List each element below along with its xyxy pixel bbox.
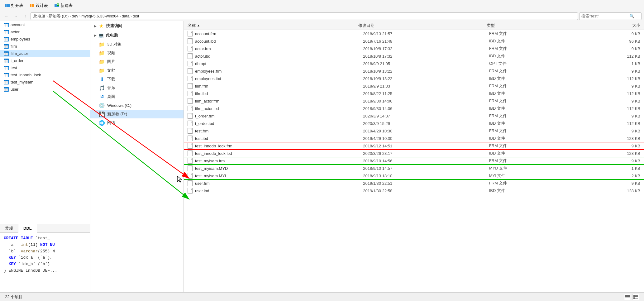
file-item[interactable]: db.opt 2018/9/9 21:05 OPT 文件 1 KB: [184, 60, 644, 67]
svg-rect-86: [4, 88, 8, 88]
file-item[interactable]: film_actor.frm 2018/9/30 14:06 FRM 文件 9 …: [184, 97, 644, 105]
file-size: 112 KB: [573, 121, 640, 126]
nav-item-video[interactable]: 📁 视频: [90, 49, 184, 57]
file-type: MYI 文件: [489, 173, 573, 179]
col-name-label: 名称: [188, 23, 196, 28]
file-size: 2 KB: [573, 174, 640, 178]
svg-rect-22: [4, 30, 8, 31]
file-type: FRM 文件: [489, 98, 573, 104]
file-size: 112 KB: [573, 54, 640, 59]
file-item[interactable]: film_actor.ibd 2018/9/30 14:06 IBD 文件 11…: [184, 105, 644, 112]
nav-item-music[interactable]: 🎵 音乐: [90, 84, 184, 92]
file-item[interactable]: employees.frm 2018/10/9 13:22 FRM 文件 9 K…: [184, 67, 644, 75]
file-item[interactable]: actor.frm 2018/10/8 17:32 FRM 文件 9 KB: [184, 45, 644, 52]
nav-item-drive-d[interactable]: 💾 新加卷 (D:): [90, 110, 184, 118]
col-name-header[interactable]: 名称 ▲: [188, 23, 358, 28]
address-bar[interactable]: 此电脑 › 新加卷 (D:) › dev › mysql-5.6.33-winx…: [31, 12, 578, 20]
file-item[interactable]: test_myisam.MYD 2018/9/10 14:57 MYD 文件 1…: [184, 165, 644, 172]
file-doc-icon: [188, 46, 193, 51]
db-table-item[interactable]: t_order: [0, 57, 90, 64]
file-name: film.frm: [195, 84, 363, 88]
tab-ddl[interactable]: DDL: [18, 224, 37, 233]
table-name: test: [11, 65, 17, 70]
file-date: 2019/4/29 10:30: [363, 136, 489, 141]
file-item[interactable]: test.frm 2019/4/29 10:30 FRM 文件 9 KB: [184, 127, 644, 135]
file-item[interactable]: test_innodb_lock.frm 2018/9/12 14:51 FRM…: [184, 142, 644, 150]
file-item[interactable]: employees.ibd 2018/10/9 13:22 IBD 文件 112…: [184, 75, 644, 82]
file-item[interactable]: test.ibd 2019/4/29 10:30 IBD 文件 128 KB: [184, 135, 644, 142]
file-doc-icon: [188, 68, 193, 74]
open-table-button[interactable]: 打开表: [2, 2, 26, 9]
col-date-header[interactable]: 修改日期: [358, 23, 486, 28]
folder-icon: 📁: [99, 41, 105, 47]
file-item[interactable]: t_order.ibd 2020/3/9 15:29 IBD 文件 112 KB: [184, 120, 644, 127]
back-button[interactable]: ←: [2, 12, 11, 20]
file-item[interactable]: user.ibd 2019/1/30 22:58 IBD 文件 128 KB: [184, 187, 644, 194]
nav-item-download[interactable]: ⬇ 下载: [90, 75, 184, 84]
forward-button[interactable]: →: [12, 12, 20, 20]
file-date: 2019/4/29 10:30: [363, 129, 489, 133]
svg-rect-101: [635, 295, 638, 296]
nav-item-network[interactable]: 🌐 网络: [90, 118, 184, 127]
list-view-button[interactable]: [624, 294, 631, 300]
computer-label: 此电脑: [106, 32, 118, 38]
nav-item-3d[interactable]: 📁 3D 对象: [90, 40, 184, 49]
file-name: account.ibd: [195, 39, 363, 44]
file-item[interactable]: actor.ibd 2018/10/8 17:32 IBD 文件 112 KB: [184, 52, 644, 60]
file-type: FRM 文件: [489, 46, 573, 51]
search-input[interactable]: [581, 14, 628, 18]
table-name: employees: [11, 37, 30, 41]
address-part: mysql-5.6.33-winx64: [81, 14, 118, 18]
db-table-item[interactable]: film_actor: [0, 50, 90, 57]
nav-item-picture[interactable]: 📁 图片: [90, 57, 184, 66]
file-item[interactable]: test_myisam.frm 2018/9/10 14:56 FRM 文件 9…: [184, 157, 644, 165]
svg-rect-54: [4, 59, 8, 60]
db-table-item[interactable]: account: [0, 21, 90, 28]
folder-icon: 📁: [99, 68, 105, 73]
drive-d-icon: 💾: [99, 111, 105, 117]
file-size: 9 KB: [573, 181, 640, 186]
db-table-item[interactable]: actor: [0, 28, 90, 36]
file-size: 9 KB: [573, 129, 640, 133]
file-item[interactable]: t_order.frm 2020/3/9 14:37 FRM 文件 9 KB: [184, 112, 644, 120]
file-item[interactable]: account.ibd 2019/7/16 21:48 IBD 文件 96 KB: [184, 37, 644, 45]
db-table-item[interactable]: film: [0, 43, 90, 50]
address-part: 此电脑: [33, 13, 45, 19]
db-table-item[interactable]: user: [0, 86, 90, 93]
col-type-header[interactable]: 类型: [487, 23, 572, 28]
up-button[interactable]: ↑: [21, 12, 29, 20]
bottom-tabs: 常规 DDL: [0, 224, 90, 233]
search-bar[interactable]: 🔍: [579, 12, 642, 20]
file-item[interactable]: film.frm 2018/9/9 21:33 FRM 文件 9 KB: [184, 82, 644, 90]
svg-rect-99: [633, 295, 635, 296]
col-size-header[interactable]: 大小: [572, 23, 640, 28]
nav-item-document[interactable]: 📁 文档: [90, 66, 184, 75]
svg-rect-3: [30, 4, 34, 7]
file-item[interactable]: account.frm 2018/9/13 21:57 FRM 文件 9 KB: [184, 30, 644, 37]
file-doc-icon: [188, 121, 193, 126]
table-icon: [4, 59, 9, 63]
file-item[interactable]: test_myisam.MYI 2018/9/13 18:10 MYI 文件 2…: [184, 172, 644, 179]
file-size: 96 KB: [573, 39, 640, 44]
svg-rect-98: [625, 298, 630, 298]
file-item[interactable]: test_innodb_lock.ibd 2020/3/26 23:17 IBD…: [184, 150, 644, 157]
computer-header[interactable]: ▶ 💻 此电脑: [90, 31, 184, 40]
new-table-button[interactable]: 新建表: [52, 2, 75, 9]
detail-view-button[interactable]: [632, 294, 639, 300]
tab-normal[interactable]: 常规: [0, 224, 18, 232]
file-item[interactable]: film.ibd 2019/8/22 11:25 IBD 文件 112 KB: [184, 90, 644, 97]
file-date: 2019/1/30 22:51: [363, 181, 489, 186]
db-table-item[interactable]: test_myisam: [0, 79, 90, 86]
db-table-item[interactable]: employees: [0, 36, 90, 43]
file-date: 2020/3/9 15:29: [363, 121, 489, 126]
design-button[interactable]: 设计表: [27, 2, 50, 9]
nav-item-desktop[interactable]: 🖥 桌面: [90, 92, 184, 101]
db-table-item[interactable]: test_innodb_lock: [0, 71, 90, 79]
table-icon: [4, 44, 9, 49]
file-item[interactable]: user.frm 2019/1/30 22:51 FRM 文件 9 KB: [184, 179, 644, 187]
file-name: actor.ibd: [195, 54, 363, 59]
nav-item-drive-c[interactable]: 💿 Windows (C:): [90, 101, 184, 110]
file-doc-icon: [188, 165, 193, 171]
db-table-item[interactable]: test: [0, 64, 90, 71]
quick-access-header[interactable]: ▶ ★ 快速访问: [90, 21, 184, 31]
